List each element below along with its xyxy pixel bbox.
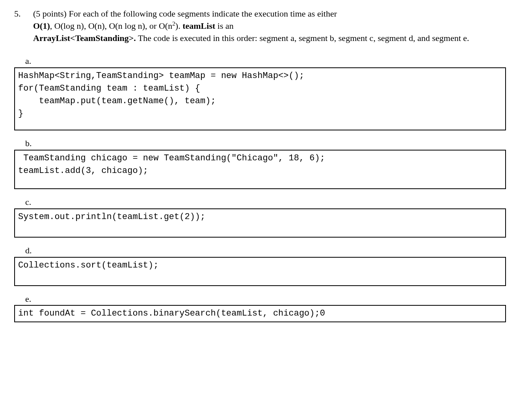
- points-label: (5 points): [33, 9, 69, 19]
- options-sep1: ,: [50, 21, 54, 31]
- segment-d-label: d.: [25, 245, 506, 257]
- segment-e-code: int foundAt = Collections.binarySearch(t…: [14, 305, 506, 322]
- question-number: 5.: [14, 8, 33, 20]
- intro-part3: The code is executed in this order: segm…: [136, 33, 469, 43]
- options-close: ).: [175, 21, 182, 31]
- segment-d-code: Collections.sort(teamList);: [14, 257, 506, 286]
- segment-b-label: b.: [25, 138, 506, 150]
- segment-a-label: a.: [25, 55, 506, 67]
- segment-c-code: System.out.println(teamList.get(2));: [14, 208, 506, 238]
- segment-c-label: c.: [25, 196, 506, 208]
- superscript-2: 2: [172, 20, 175, 26]
- segment-a-code: HashMap<String,TeamStanding> teamMap = n…: [14, 67, 506, 130]
- option-o1: O(1): [33, 21, 50, 31]
- question-header: 5. (5 points) For each of the following …: [14, 8, 506, 44]
- segment-e: e. int foundAt = Collections.binarySearc…: [14, 293, 506, 323]
- segment-b-code: TeamStanding chicago = new TeamStanding(…: [14, 150, 506, 189]
- teamlist-bold: teamList: [182, 21, 215, 31]
- arraylist-bold: ArrayList<TeamStanding>.: [33, 33, 136, 43]
- segment-a: a. HashMap<String,TeamStanding> teamMap …: [14, 55, 506, 130]
- intro-part1: For each of the following code segments …: [69, 9, 337, 19]
- options-rest: O(log n), O(n), O(n log n), or O(n: [54, 21, 172, 31]
- segment-d: d. Collections.sort(teamList);: [14, 245, 506, 286]
- intro-part2: is an: [215, 21, 233, 31]
- segment-c: c. System.out.println(teamList.get(2));: [14, 196, 506, 238]
- question-text: (5 points) For each of the following cod…: [33, 8, 506, 44]
- segment-e-label: e.: [25, 293, 506, 305]
- segment-b: b. TeamStanding chicago = new TeamStandi…: [14, 138, 506, 189]
